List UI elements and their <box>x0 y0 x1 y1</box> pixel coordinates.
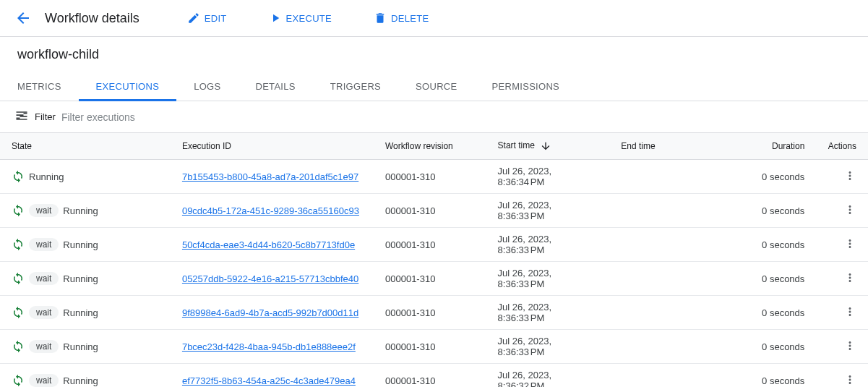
table-row: Running7b155453-b800-45a8-ad7a-201daf5c1… <box>0 160 868 194</box>
revision-cell: 000001-310 <box>374 160 486 194</box>
wait-chip: wait <box>29 306 59 319</box>
state-text: Running <box>63 239 98 250</box>
wait-chip: wait <box>29 238 59 251</box>
table-row: waitRunning9f8998e4-6ad9-4b7a-acd5-992b7… <box>0 296 868 330</box>
delete-button[interactable]: DELETE <box>368 9 434 27</box>
revision-cell: 000001-310 <box>374 296 486 330</box>
running-icon <box>12 306 25 319</box>
duration-cell: 0 seconds <box>722 194 817 228</box>
running-icon <box>12 238 25 251</box>
end-time-cell <box>609 364 722 388</box>
revision-cell: 000001-310 <box>374 262 486 296</box>
delete-icon <box>374 12 387 25</box>
col-header-execution-id[interactable]: Execution ID <box>171 133 374 160</box>
more-actions-button[interactable] <box>843 271 856 284</box>
execution-link[interactable]: 7bcec23d-f428-4baa-945b-db1e888eee2f <box>182 341 356 352</box>
table-row: waitRunning05257ddb-5922-4e16-a215-57713… <box>0 262 868 296</box>
execution-link[interactable]: 09cdc4b5-172a-451c-9289-36ca55160c93 <box>182 205 359 216</box>
end-time-cell <box>609 330 722 364</box>
duration-cell: 0 seconds <box>722 228 817 262</box>
tabs: METRICSEXECUTIONSLOGSDETAILSTRIGGERSSOUR… <box>0 72 868 101</box>
edit-button[interactable]: EDIT <box>181 9 233 27</box>
duration-cell: 0 seconds <box>722 262 817 296</box>
filter-input[interactable] <box>61 111 854 123</box>
start-time-cell: Jul 26, 2023, 8:36:32 PM <box>486 364 610 388</box>
table-row: waitRunning50cf4cda-eae3-4d44-b620-5c8b7… <box>0 228 868 262</box>
more-actions-button[interactable] <box>843 305 856 318</box>
execution-link[interactable]: ef7732f5-8b63-454a-a25c-4c3ade479ea4 <box>182 375 356 386</box>
state-text: Running <box>63 375 98 386</box>
tab-logs[interactable]: LOGS <box>176 72 238 101</box>
more-actions-button[interactable] <box>843 169 856 182</box>
tab-source[interactable]: SOURCE <box>398 72 474 101</box>
more-actions-button[interactable] <box>843 373 856 386</box>
start-time-cell: Jul 26, 2023, 8:36:33 PM <box>486 330 610 364</box>
filter-icon[interactable] <box>14 109 29 125</box>
revision-cell: 000001-310 <box>374 364 486 388</box>
table-row: waitRunning09cdc4b5-172a-451c-9289-36ca5… <box>0 194 868 228</box>
revision-cell: 000001-310 <box>374 228 486 262</box>
end-time-cell <box>609 194 722 228</box>
start-time-cell: Jul 26, 2023, 8:36:34 PM <box>486 160 610 194</box>
edit-icon <box>187 12 200 25</box>
tab-executions[interactable]: EXECUTIONS <box>79 72 177 101</box>
revision-cell: 000001-310 <box>374 330 486 364</box>
duration-cell: 0 seconds <box>722 160 817 194</box>
execution-link[interactable]: 50cf4cda-eae3-4d44-b620-5c8b7713fd0e <box>182 239 355 250</box>
arrow-back-icon <box>14 9 32 27</box>
end-time-cell <box>609 296 722 330</box>
col-header-revision[interactable]: Workflow revision <box>374 133 486 160</box>
col-header-start[interactable]: Start time <box>486 133 610 160</box>
duration-cell: 0 seconds <box>722 330 817 364</box>
more-actions-button[interactable] <box>843 203 856 216</box>
col-header-end[interactable]: End time <box>609 133 722 160</box>
state-text: Running <box>63 205 98 216</box>
col-header-actions: Actions <box>816 133 868 160</box>
more-actions-button[interactable] <box>843 339 856 352</box>
wait-chip: wait <box>29 374 59 387</box>
tab-details[interactable]: DETAILS <box>238 72 312 101</box>
running-icon <box>12 170 25 183</box>
edit-label: EDIT <box>205 13 227 24</box>
table-row: waitRunningef7732f5-8b63-454a-a25c-4c3ad… <box>0 364 868 388</box>
filter-label: Filter <box>35 111 56 122</box>
end-time-cell <box>609 160 722 194</box>
col-header-state[interactable]: State <box>0 133 171 160</box>
execute-button[interactable]: EXECUTE <box>263 9 338 27</box>
execution-link[interactable]: 05257ddb-5922-4e16-a215-57713cbbfe40 <box>182 273 358 284</box>
col-header-duration[interactable]: Duration <box>722 133 817 160</box>
page-title: Workflow details <box>45 11 139 26</box>
back-button[interactable] <box>14 9 32 27</box>
duration-cell: 0 seconds <box>722 296 817 330</box>
revision-cell: 000001-310 <box>374 194 486 228</box>
execute-label: EXECUTE <box>286 13 332 24</box>
workflow-name: workflow-child <box>0 37 868 72</box>
running-icon <box>12 340 25 353</box>
table-row: waitRunning7bcec23d-f428-4baa-945b-db1e8… <box>0 330 868 364</box>
state-text: Running <box>63 307 98 318</box>
running-icon <box>12 272 25 285</box>
sort-desc-icon <box>540 140 551 152</box>
start-time-cell: Jul 26, 2023, 8:36:33 PM <box>486 296 610 330</box>
state-text: Running <box>63 273 98 284</box>
play-icon <box>269 12 282 25</box>
state-text: Running <box>63 341 98 352</box>
wait-chip: wait <box>29 272 59 285</box>
start-time-cell: Jul 26, 2023, 8:36:33 PM <box>486 194 610 228</box>
start-time-cell: Jul 26, 2023, 8:36:33 PM <box>486 228 610 262</box>
start-time-cell: Jul 26, 2023, 8:36:33 PM <box>486 262 610 296</box>
delete-label: DELETE <box>391 13 429 24</box>
execution-link[interactable]: 9f8998e4-6ad9-4b7a-acd5-992b7d00d11d <box>182 307 358 318</box>
more-actions-button[interactable] <box>843 237 856 250</box>
end-time-cell <box>609 262 722 296</box>
state-text: Running <box>29 171 64 182</box>
running-icon <box>12 204 25 217</box>
execution-link[interactable]: 7b155453-b800-45a8-ad7a-201daf5c1e97 <box>182 171 358 182</box>
running-icon <box>12 374 25 387</box>
end-time-cell <box>609 228 722 262</box>
wait-chip: wait <box>29 204 59 217</box>
tab-permissions[interactable]: PERMISSIONS <box>475 72 577 101</box>
duration-cell: 0 seconds <box>722 364 817 388</box>
tab-metrics[interactable]: METRICS <box>0 72 79 101</box>
tab-triggers[interactable]: TRIGGERS <box>313 72 398 101</box>
